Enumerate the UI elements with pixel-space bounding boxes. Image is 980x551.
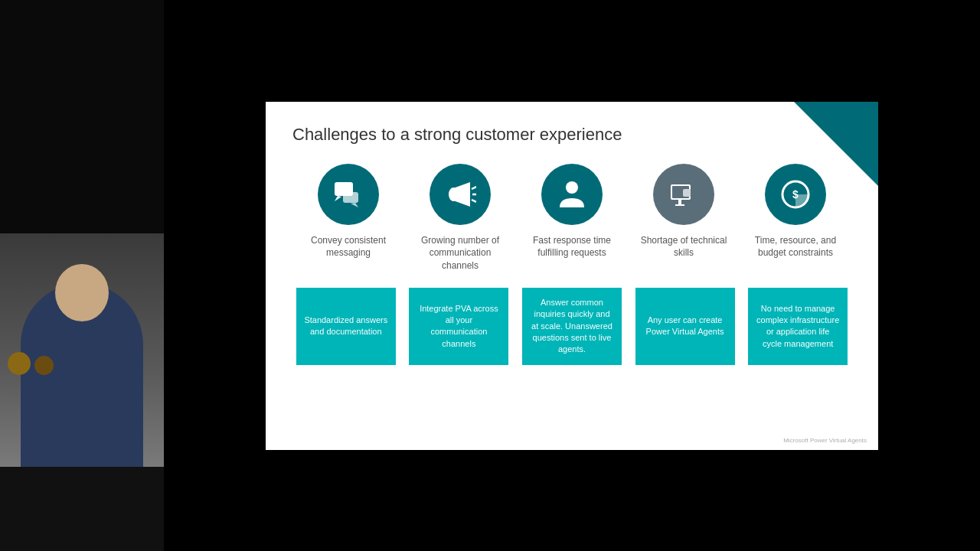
icon-label-growing: Growing number of communication channels: [410, 234, 510, 272]
icon-circle-shortage: [653, 164, 714, 225]
icon-circle-growing: [430, 164, 491, 225]
icon-item-fast: Fast response time fulfilling requests: [522, 164, 622, 260]
icon-label-time: Time, resource, and budget constraints: [746, 234, 845, 260]
shelf-decoration-1: [8, 352, 31, 375]
shelf-decoration-2: [34, 356, 54, 375]
svg-line-6: [472, 187, 476, 189]
icon-label-fast: Fast response time fulfilling requests: [522, 234, 622, 260]
icon-item-convey: Convey consistent messaging: [299, 164, 398, 260]
slide-title: Challenges to a strong customer experien…: [292, 125, 851, 145]
svg-marker-15: [683, 189, 691, 197]
svg-marker-1: [335, 196, 341, 201]
solution-card-4: Any user can create Power Virtual Agents: [635, 288, 735, 365]
svg-text:$: $: [792, 188, 799, 201]
cards-row: Standardized answers and documentation I…: [292, 288, 851, 365]
webcam-feed: [0, 233, 164, 467]
slide-footer: Microsoft Power Virtual Agents: [783, 437, 867, 444]
icon-item-growing: Growing number of communication channels: [410, 164, 510, 272]
svg-marker-5: [453, 182, 470, 207]
main-area: Challenges to a strong customer experien…: [164, 0, 980, 551]
corner-decoration: [794, 102, 878, 186]
webcam-panel: [0, 0, 164, 551]
icon-item-shortage: Shortage of technical skills: [634, 164, 733, 260]
icon-label-shortage: Shortage of technical skills: [634, 234, 733, 260]
chat-icon: [332, 178, 364, 210]
svg-rect-13: [675, 204, 684, 206]
svg-point-9: [566, 181, 578, 194]
icon-circle-convey: [318, 164, 379, 225]
person-head: [55, 264, 109, 321]
svg-line-8: [472, 200, 476, 202]
solution-card-5: No need to manage complex infrastructure…: [748, 288, 848, 365]
presentation-slide: Challenges to a strong customer experien…: [266, 102, 878, 450]
technical-icon: [668, 178, 700, 210]
solution-card-1: Standardized answers and documentation: [296, 288, 396, 365]
megaphone-icon: [444, 178, 476, 210]
solution-card-2: Integrate PVA across all your communicat…: [409, 288, 508, 365]
svg-rect-12: [678, 200, 681, 204]
icon-label-convey: Convey consistent messaging: [299, 234, 398, 260]
icon-circle-fast: [541, 164, 603, 225]
person-icon: [556, 178, 588, 210]
webcam-top-area: [0, 0, 164, 233]
svg-rect-2: [343, 192, 358, 203]
solution-card-3: Answer common inquiries quickly and at s…: [522, 288, 622, 365]
icons-row: Convey consistent messaging Growing numb…: [292, 164, 851, 272]
svg-marker-3: [351, 203, 358, 207]
